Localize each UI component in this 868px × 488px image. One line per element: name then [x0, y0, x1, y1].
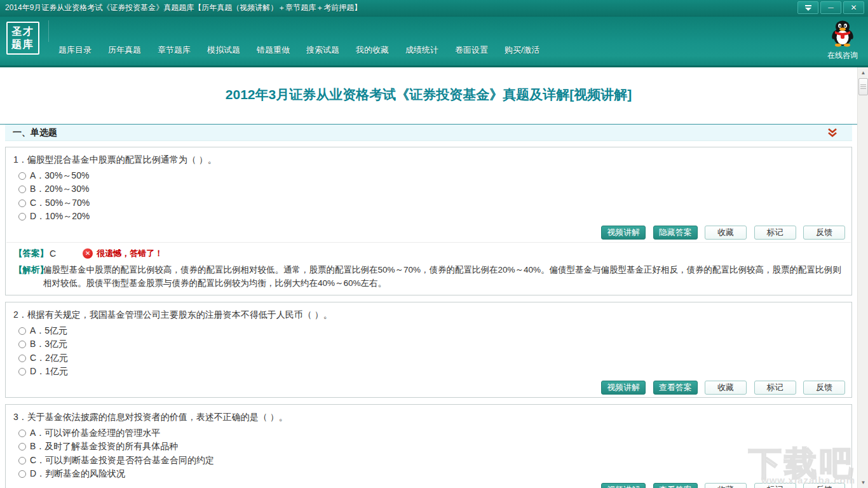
feedback-button[interactable]: 反馈 [803, 483, 845, 488]
options-list: A．5亿元 B．3亿元 C．2亿元 D．1亿元 [6, 324, 851, 379]
radio-button[interactable] [18, 470, 26, 478]
nav-item-past-papers[interactable]: 历年真题 [105, 43, 144, 58]
question-block-2: 2．根据有关规定，我国基金管理公司主要股东的注册资本不得低于人民币（ ）。 A．… [5, 302, 852, 398]
close-icon: ✕ [850, 0, 857, 16]
window-title: 2014年9月证券从业资格考试《证券投资基金》真题题库【历年真题（视频讲解）＋章… [5, 3, 362, 12]
question-text: 3．关于基金依法披露的信息对投资者的价值，表述不正确的是（ ）。 [6, 410, 851, 424]
vertical-scrollbar[interactable]: ▲ ▼ [857, 67, 868, 488]
online-consult-button[interactable]: 在线咨询 [822, 19, 863, 61]
option-label: D．判断基金的风险状况 [30, 468, 125, 480]
close-button[interactable]: ✕ [843, 1, 864, 14]
analysis-text: 偏股型基金中股票的配置比例较高，债券的配置比例相对较低。通常，股票的配置比例在5… [43, 265, 841, 288]
question-toolbar: 视频讲解 查看答案 收藏 标记 反馈 [6, 379, 851, 397]
analysis-label: 【解析】 [14, 263, 48, 276]
nav-item-mock-exams[interactable]: 模拟试题 [205, 43, 243, 58]
radio-button[interactable] [18, 200, 26, 207]
radio-button[interactable] [18, 443, 26, 451]
option-c[interactable]: C．2亿元 [6, 351, 851, 365]
radio-button[interactable] [18, 186, 26, 193]
scroll-thumb[interactable] [858, 78, 868, 95]
radio-button[interactable] [18, 213, 26, 220]
view-answer-button[interactable]: 查看答案 [653, 483, 698, 488]
feedback-button[interactable]: 反馈 [803, 226, 845, 240]
option-label: B．20%～30% [30, 184, 89, 195]
answer-area: 【答案】 C ✕ 很遗憾，答错了！ 【解析】 偏股型基金中股票的配置比例较高，债… [6, 242, 851, 295]
mark-button[interactable]: 标记 [754, 226, 796, 240]
option-a[interactable]: A．5亿元 [6, 324, 851, 338]
option-label: A．5亿元 [30, 325, 67, 337]
wrong-answer-icon: ✕ [83, 248, 93, 259]
radio-button[interactable] [18, 368, 26, 376]
option-a[interactable]: A．30%～50% [6, 169, 851, 183]
section-label: 一、单选题 [13, 127, 57, 139]
radio-button[interactable] [18, 355, 26, 362]
video-explain-button[interactable]: 视频讲解 [601, 381, 646, 395]
option-label: B．3亿元 [30, 339, 67, 350]
question-text: 2．根据有关规定，我国基金管理公司主要股东的注册资本不得低于人民币（ ）。 [6, 308, 851, 322]
radio-button[interactable] [18, 327, 26, 335]
divider [48, 20, 49, 42]
section-header-single-choice: 一、单选题 [5, 125, 852, 141]
nav-item-paper-settings[interactable]: 卷面设置 [452, 43, 491, 58]
option-label: D．1亿元 [30, 366, 68, 377]
collapse-section-icon[interactable] [827, 128, 838, 138]
view-answer-button[interactable]: 查看答案 [653, 381, 698, 395]
nav-item-question-bank-catalog[interactable]: 题库目录 [56, 43, 94, 58]
option-a[interactable]: A．可以评价基金经理的管理水平 [6, 426, 851, 440]
option-label: C．可以判断基金投资是否符合基金合同的约定 [30, 455, 214, 466]
radio-button[interactable] [18, 457, 26, 464]
option-d[interactable]: D．判断基金的风险状况 [6, 468, 851, 482]
option-b[interactable]: B．20%～30% [6, 183, 851, 197]
question-text: 1．偏股型混合基金中股票的配置比例通常为（ ）。 [6, 152, 851, 166]
feedback-button[interactable]: 反馈 [803, 381, 845, 395]
option-label: C．2亿元 [30, 353, 68, 364]
result-message: 很遗憾，答错了！ [97, 248, 163, 259]
answer-value: C [50, 248, 56, 259]
option-label: A．可以评价基金经理的管理水平 [30, 428, 160, 439]
question-block-3: 3．关于基金依法披露的信息对投资者的价值，表述不正确的是（ ）。 A．可以评价基… [5, 404, 852, 488]
app-header: 圣才 题库 题库目录 历年真题 章节题库 模拟试题 错题重做 搜索试题 我的收藏… [0, 16, 868, 67]
main-nav: 题库目录 历年真题 章节题库 模拟试题 错题重做 搜索试题 我的收藏 成绩统计 … [56, 43, 554, 58]
option-c[interactable]: C．可以判断基金投资是否符合基金合同的约定 [6, 454, 851, 468]
favorite-button[interactable]: 收藏 [705, 226, 747, 240]
hide-answer-button[interactable]: 隐藏答案 [653, 226, 698, 240]
question-toolbar: 视频讲解 隐藏答案 收藏 标记 反馈 [6, 224, 851, 242]
video-explain-button[interactable]: 视频讲解 [601, 483, 646, 488]
nav-item-search-questions[interactable]: 搜索试题 [304, 43, 342, 58]
app-logo: 圣才 题库 [6, 22, 39, 55]
option-b[interactable]: B．及时了解基金投资的所有具体品种 [6, 440, 851, 454]
option-label: D．10%～20% [30, 211, 90, 222]
option-label: B．及时了解基金投资的所有具体品种 [30, 441, 178, 452]
nav-item-buy-activate[interactable]: 购买/激活 [502, 43, 543, 58]
option-label: A．30%～50% [30, 170, 89, 182]
option-d[interactable]: D．1亿元 [6, 365, 851, 379]
nav-item-redo-wrong[interactable]: 错题重做 [254, 43, 292, 58]
mark-button[interactable]: 标记 [754, 483, 796, 488]
radio-button[interactable] [18, 341, 26, 348]
window-titlebar: 2014年9月证券从业资格考试《证券投资基金》真题题库【历年真题（视频讲解）＋章… [0, 0, 868, 16]
favorite-button[interactable]: 收藏 [705, 381, 747, 395]
answer-label: 【答案】 [14, 248, 48, 259]
skin-icon [805, 5, 811, 11]
scroll-up-button[interactable]: ▲ [858, 67, 868, 78]
nav-item-score-stats[interactable]: 成绩统计 [403, 43, 441, 58]
mark-button[interactable]: 标记 [754, 381, 796, 395]
nav-item-my-favorites[interactable]: 我的收藏 [353, 43, 391, 58]
qq-penguin-icon [829, 19, 857, 47]
skin-button[interactable] [797, 1, 818, 14]
radio-button[interactable] [18, 430, 26, 437]
exam-title: 2012年3月证券从业资格考试《证券投资基金》真题及详解[视频讲解] [0, 67, 857, 103]
option-d[interactable]: D．10%～20% [6, 210, 851, 224]
favorite-button[interactable]: 收藏 [705, 483, 747, 488]
option-b[interactable]: B．3亿元 [6, 338, 851, 352]
video-explain-button[interactable]: 视频讲解 [601, 226, 646, 240]
minimize-button[interactable]: ─ [820, 1, 841, 14]
option-label: C．50%～70% [30, 198, 90, 209]
scroll-down-button[interactable]: ▼ [858, 477, 868, 488]
content-area: 2012年3月证券从业资格考试《证券投资基金》真题及详解[视频讲解] 一、单选题… [0, 67, 857, 488]
question-toolbar: 视频讲解 查看答案 收藏 标记 反馈 [6, 481, 851, 488]
option-c[interactable]: C．50%～70% [6, 196, 851, 210]
nav-item-chapter-bank[interactable]: 章节题库 [155, 43, 193, 58]
radio-button[interactable] [18, 172, 26, 180]
options-list: A．30%～50% B．20%～30% C．50%～70% D．10%～20% [6, 169, 851, 224]
